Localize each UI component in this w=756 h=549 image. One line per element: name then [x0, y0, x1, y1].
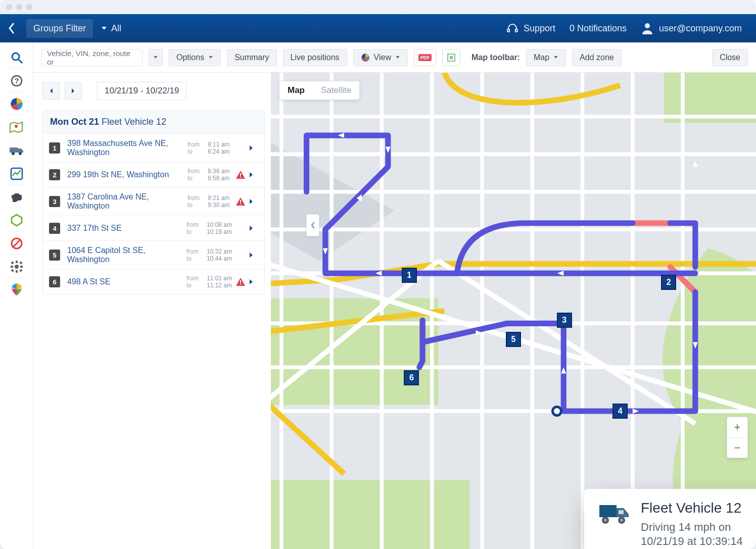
user-menu[interactable]: user@company.com — [641, 22, 742, 35]
stop-index: 5 — [49, 249, 60, 261]
nav-help[interactable]: ? — [5, 70, 29, 92]
trip-stop-row[interactable]: 6498 A St SEfrom11:01 amto11:12 am — [43, 269, 264, 294]
window-dot — [16, 4, 22, 10]
svg-rect-17 — [11, 261, 14, 264]
panel-collapse-handle[interactable] — [306, 214, 319, 236]
nav-search[interactable] — [5, 46, 29, 69]
filter-scope-dropdown[interactable]: All — [101, 23, 121, 34]
view-dropdown[interactable]: View — [353, 49, 408, 66]
back-button[interactable] — [0, 22, 23, 34]
map-type-map[interactable]: Map — [279, 81, 313, 99]
trip-stop-row[interactable]: 51064 E Capitol St SE, Washingtonfrom10:… — [43, 240, 264, 269]
svg-rect-60 — [599, 505, 617, 517]
svg-rect-19 — [11, 269, 14, 272]
stop-index: 1 — [49, 142, 60, 154]
map-icon — [9, 121, 24, 134]
svg-rect-26 — [240, 280, 241, 283]
pie-chart-icon — [361, 53, 370, 62]
stop-times: from10:32 amto10:44 am — [186, 248, 232, 262]
svg-rect-31 — [271, 480, 469, 549]
map-marker-5[interactable]: 5 — [506, 332, 521, 347]
stop-expand-button[interactable] — [249, 252, 259, 258]
svg-rect-61 — [619, 510, 624, 514]
nav-dashboard[interactable] — [5, 93, 29, 115]
trip-stop-row[interactable]: 1398 Massachusetts Ave NE, Washingtonfro… — [43, 134, 264, 162]
nav-marketplace[interactable] — [5, 279, 29, 301]
groups-filter-label: Groups Filter — [33, 23, 86, 33]
nav-engine[interactable] — [5, 186, 29, 208]
gear-icon — [10, 260, 23, 273]
options-button[interactable]: Options — [169, 49, 221, 66]
caret-down-icon — [395, 56, 400, 59]
svg-point-12 — [15, 265, 19, 269]
nav-vehicles[interactable] — [5, 139, 29, 162]
date-range-picker[interactable]: 10/21/19 - 10/22/19 — [97, 82, 186, 100]
stop-address: 398 Massachusetts Ave NE, Washington — [67, 139, 187, 157]
stop-expand-button[interactable] — [249, 145, 259, 151]
support-link[interactable]: Support — [506, 22, 555, 34]
pdf-icon: PDF — [418, 54, 432, 61]
map-marker-2[interactable]: 2 — [661, 275, 676, 290]
trips-panel: 10/21/19 - 10/22/19 Mon Oct 21 Fleet Veh… — [33, 73, 271, 549]
map-mode-dropdown[interactable]: Map — [526, 49, 566, 66]
stop-times: from8:36 amto8:58 am — [187, 168, 232, 182]
popup-status-line1: Driving 14 mph on — [641, 521, 731, 533]
excel-export-button[interactable] — [442, 49, 460, 66]
map-marker-3[interactable]: 3 — [557, 313, 572, 328]
svg-rect-27 — [240, 284, 241, 285]
trip-card: Mon Oct 21 Fleet Vehicle 12 1398 Massach… — [42, 110, 265, 294]
map-type-toggle: Map Satellite — [279, 81, 360, 100]
stop-alert-icon — [235, 197, 246, 206]
svg-point-65 — [620, 519, 623, 522]
headset-icon — [506, 22, 518, 34]
view-toolbar: Vehicle, VIN, zone, route or Options Sum… — [33, 42, 756, 73]
app-header: Groups Filter All Support 0 Notification… — [0, 14, 756, 42]
nav-rules[interactable] — [5, 209, 29, 231]
close-button[interactable]: Close — [712, 49, 748, 66]
map-type-satellite[interactable]: Satellite — [313, 81, 359, 99]
map-canvas[interactable]: 1 2 3 4 5 6 Map Satellite — [271, 73, 756, 549]
live-positions-button[interactable]: Live positions — [283, 49, 347, 66]
stop-times: from9:21 amto9:30 am — [187, 194, 232, 209]
trip-stop-row[interactable]: 31387 Carolina Ave NE, Washingtonfrom9:2… — [43, 187, 264, 216]
nav-trends[interactable] — [5, 163, 29, 185]
stop-expand-button[interactable] — [249, 225, 259, 231]
stop-expand-button[interactable] — [249, 172, 259, 178]
svg-line-11 — [13, 240, 20, 247]
stop-address: 498 A St SE — [67, 277, 186, 286]
add-zone-button[interactable]: Add zone — [572, 49, 622, 66]
pdf-export-button[interactable]: PDF — [414, 49, 436, 66]
search-input[interactable]: Vehicle, VIN, zone, route or — [41, 49, 143, 66]
chevron-left-icon — [310, 221, 315, 229]
svg-rect-18 — [19, 261, 22, 264]
svg-point-63 — [604, 519, 607, 522]
zoom-in-button[interactable]: + — [727, 417, 747, 437]
filter-scope-value: All — [111, 23, 121, 34]
svg-rect-16 — [20, 266, 23, 268]
zoom-out-button[interactable]: − — [727, 437, 747, 458]
search-type-dropdown[interactable] — [149, 49, 163, 66]
notifications-link[interactable]: 0 Notifications — [570, 23, 627, 34]
svg-point-8 — [19, 152, 22, 155]
svg-rect-23 — [240, 177, 241, 178]
pie-chart-icon — [10, 97, 24, 111]
popup-status-line2: 10/21/19 at 10:39:14 — [641, 535, 743, 547]
groups-filter-button[interactable]: Groups Filter — [26, 19, 93, 38]
window-titlebar — [0, 0, 756, 14]
map-marker-6[interactable]: 6 — [404, 370, 419, 385]
map-marker-1[interactable]: 1 — [402, 268, 417, 283]
caret-down-icon — [101, 26, 107, 30]
support-label: Support — [524, 23, 555, 34]
stop-expand-button[interactable] — [249, 279, 259, 285]
stop-expand-button[interactable] — [249, 198, 259, 205]
trip-stop-row[interactable]: 2299 19th St NE, Washingtonfrom8:36 amto… — [43, 162, 264, 187]
date-next-button[interactable] — [65, 82, 82, 99]
nav-exceptions[interactable] — [5, 232, 29, 255]
nav-maps[interactable] — [5, 116, 29, 138]
user-icon — [641, 22, 654, 35]
trip-stop-row[interactable]: 4337 17th St SEfrom10:08 amto10:19 am — [43, 216, 264, 240]
nav-settings[interactable] — [5, 256, 29, 278]
summary-button[interactable]: Summary — [227, 49, 276, 66]
date-prev-button[interactable] — [42, 82, 60, 99]
map-marker-4[interactable]: 4 — [612, 404, 628, 419]
